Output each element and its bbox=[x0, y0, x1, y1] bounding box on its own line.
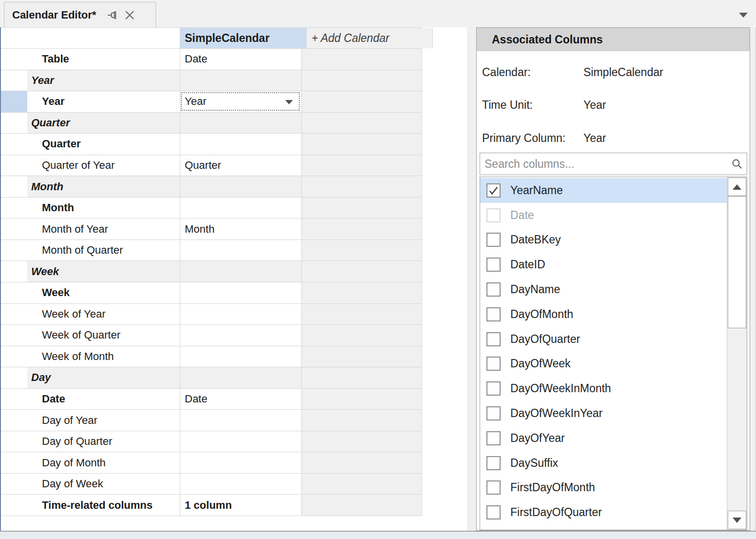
row-label[interactable]: Quarter of Year bbox=[27, 155, 180, 176]
tab-calendar-editor[interactable]: Calendar Editor* bbox=[4, 2, 156, 27]
scrollbar-down-button[interactable] bbox=[728, 511, 746, 529]
chevron-down-icon[interactable] bbox=[739, 13, 748, 18]
checkbox-icon[interactable] bbox=[486, 258, 501, 272]
column-name: DayName bbox=[510, 283, 560, 296]
calendar-column-header[interactable]: SimpleCalendar bbox=[180, 28, 306, 48]
row-label[interactable]: Quarter bbox=[27, 134, 180, 155]
checkbox-icon[interactable] bbox=[486, 332, 501, 346]
checkbox-icon[interactable] bbox=[486, 456, 501, 470]
row-label[interactable]: Date bbox=[27, 389, 180, 410]
column-list-item[interactable]: DayOfWeekInYear bbox=[480, 401, 727, 426]
row-label: Quarter bbox=[27, 113, 180, 134]
checkbox-icon[interactable] bbox=[486, 480, 501, 495]
row-value-cell[interactable] bbox=[180, 134, 301, 155]
row-value-cell[interactable]: Date bbox=[180, 389, 301, 410]
row-value-cell[interactable]: Quarter bbox=[180, 155, 301, 176]
column-list-item[interactable]: DateID bbox=[480, 252, 727, 277]
row-label[interactable]: Day of Year bbox=[27, 410, 180, 431]
add-calendar-cell[interactable] bbox=[301, 91, 422, 112]
row-label[interactable]: Week of Year bbox=[27, 304, 180, 325]
checkbox-icon[interactable] bbox=[486, 431, 501, 445]
row-label[interactable]: Day of Week bbox=[27, 474, 180, 495]
column-name: DayOfMonth bbox=[510, 308, 573, 321]
pin-icon[interactable] bbox=[105, 7, 121, 23]
add-calendar-cell[interactable] bbox=[301, 282, 422, 303]
add-calendar-cell[interactable] bbox=[301, 155, 422, 176]
row-indicator bbox=[1, 304, 27, 325]
column-dropdown[interactable]: Year bbox=[181, 92, 300, 111]
add-calendar-cell[interactable] bbox=[301, 431, 422, 452]
column-list-item[interactable]: DayOfWeekInMonth bbox=[480, 376, 727, 401]
scrollbar-thumb[interactable] bbox=[728, 196, 746, 328]
checkbox-icon[interactable] bbox=[486, 357, 501, 371]
checkbox-icon[interactable] bbox=[486, 233, 501, 247]
add-calendar-cell[interactable] bbox=[301, 304, 422, 325]
checkbox-icon[interactable] bbox=[486, 381, 501, 396]
row-value-cell[interactable] bbox=[180, 198, 301, 219]
row-value-cell[interactable] bbox=[180, 431, 301, 452]
scrollbar-up-button[interactable] bbox=[728, 178, 746, 196]
row-value: Date bbox=[185, 393, 207, 405]
row-label[interactable]: Week of Month bbox=[27, 346, 180, 367]
add-calendar-button[interactable]: + Add Calendar bbox=[306, 28, 433, 48]
row-value-cell[interactable] bbox=[180, 346, 301, 367]
column-list-item[interactable]: DayOfMonth bbox=[480, 302, 727, 327]
row-value-cell[interactable] bbox=[180, 474, 301, 495]
add-calendar-cell[interactable] bbox=[301, 452, 422, 473]
row-value-cell[interactable]: 1 column bbox=[180, 495, 301, 516]
column-list-item[interactable]: DayName bbox=[480, 277, 727, 302]
column-name: Date bbox=[510, 209, 534, 222]
row-label[interactable]: Time-related columns bbox=[27, 495, 180, 516]
checkbox-icon[interactable] bbox=[486, 307, 501, 321]
row-label[interactable]: Month of Year bbox=[27, 219, 180, 240]
dropdown-caret-icon[interactable] bbox=[285, 100, 293, 104]
row-label[interactable]: Day of Month bbox=[27, 452, 180, 473]
row-value-cell bbox=[180, 367, 301, 388]
search-input[interactable] bbox=[480, 158, 727, 171]
add-calendar-cell[interactable] bbox=[301, 410, 422, 431]
scrollbar[interactable] bbox=[727, 177, 747, 530]
checkbox-icon[interactable] bbox=[486, 406, 501, 420]
row-value-cell[interactable] bbox=[180, 452, 301, 473]
close-icon[interactable] bbox=[121, 7, 138, 23]
column-list-item[interactable]: FirstDayOfMonth bbox=[480, 476, 727, 500]
add-calendar-cell[interactable] bbox=[301, 474, 422, 495]
row-value-cell[interactable] bbox=[180, 304, 301, 325]
add-calendar-cell[interactable] bbox=[301, 240, 422, 261]
row-value-cell[interactable]: Month bbox=[180, 219, 301, 240]
add-calendar-cell[interactable] bbox=[301, 49, 422, 70]
checkbox-icon[interactable] bbox=[486, 505, 501, 519]
column-list-item[interactable]: YearName bbox=[480, 178, 727, 203]
row-value-cell[interactable] bbox=[180, 282, 301, 303]
column-list-item[interactable]: DayOfYear bbox=[480, 426, 727, 451]
row-value-cell[interactable]: Date bbox=[180, 49, 301, 70]
add-calendar-cell[interactable] bbox=[301, 198, 422, 219]
add-calendar-cell[interactable] bbox=[301, 389, 422, 410]
add-calendar-cell[interactable] bbox=[301, 325, 422, 346]
column-list-item[interactable]: FirstDayOfWeek bbox=[480, 525, 727, 530]
add-calendar-cell[interactable] bbox=[301, 219, 422, 240]
column-list-item[interactable]: DateBKey bbox=[480, 228, 727, 253]
row-value-cell[interactable] bbox=[180, 240, 301, 261]
row-label[interactable]: Month of Quarter bbox=[27, 240, 180, 261]
grid-row: Week bbox=[1, 261, 422, 282]
column-list-item[interactable]: DayOfQuarter bbox=[480, 327, 727, 352]
row-value-cell[interactable]: Year bbox=[180, 91, 301, 112]
checkbox-icon[interactable] bbox=[486, 282, 501, 297]
column-list-item[interactable]: FirstDayOfQuarter bbox=[480, 500, 727, 525]
add-calendar-cell[interactable] bbox=[301, 346, 422, 367]
add-calendar-cell[interactable] bbox=[301, 495, 422, 516]
row-label[interactable]: Day of Quarter bbox=[27, 431, 180, 452]
row-value-cell[interactable] bbox=[180, 325, 301, 346]
column-list-item[interactable]: DaySuffix bbox=[480, 451, 727, 476]
row-label[interactable]: Table bbox=[27, 49, 180, 70]
row-label[interactable]: Week of Quarter bbox=[27, 325, 180, 346]
search-icon bbox=[727, 158, 747, 170]
column-list-item[interactable]: DayOfWeek bbox=[480, 352, 727, 377]
checkbox-checked-icon[interactable] bbox=[486, 183, 501, 198]
add-calendar-cell[interactable] bbox=[301, 134, 422, 155]
row-label[interactable]: Year bbox=[27, 91, 180, 112]
row-value-cell[interactable] bbox=[180, 410, 301, 431]
row-label[interactable]: Week bbox=[27, 282, 180, 303]
row-label[interactable]: Month bbox=[27, 198, 180, 219]
